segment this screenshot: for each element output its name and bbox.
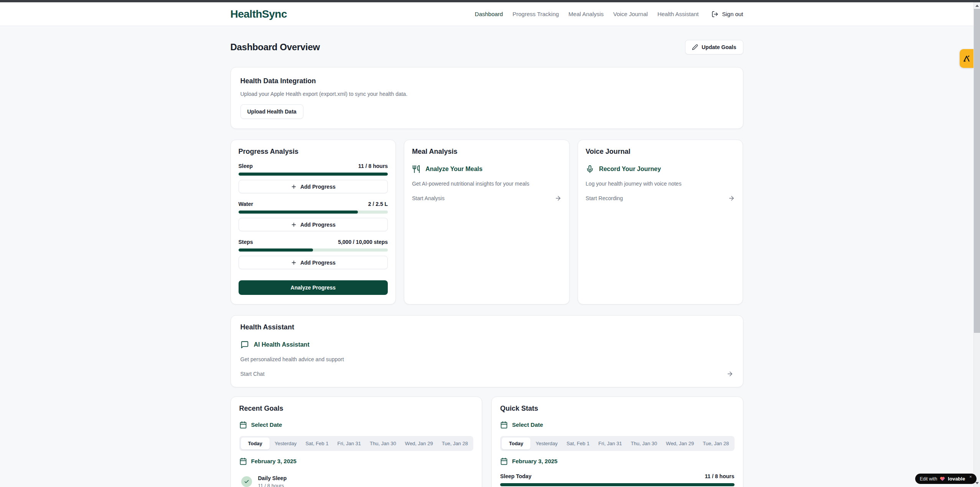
calendar-icon <box>239 457 247 465</box>
add-progress-sleep-button[interactable]: Add Progress <box>239 180 388 193</box>
meal-analysis-card: Meal Analysis Analyze Your Meals Get AI-… <box>404 140 570 304</box>
integration-description: Upload your Apple Health export (export.… <box>240 91 733 97</box>
quick-stats-card: Quick Stats Select Date Today Yesterday … <box>491 397 743 487</box>
arrow-right-icon <box>728 195 735 202</box>
add-progress-label: Add Progress <box>300 260 336 266</box>
water-progress-bar <box>239 211 388 214</box>
quick-stats-select-date[interactable]: Select Date <box>500 421 735 429</box>
recent-goals-select-date[interactable]: Select Date <box>239 421 474 429</box>
utensils-icon <box>412 165 420 173</box>
current-date-label: February 3, 2025 <box>251 458 296 464</box>
scroll-up-icon[interactable] <box>974 2 980 9</box>
date-tab-tue-jan-28[interactable]: Tue, Jan 28 <box>438 438 472 449</box>
steps-progress-fill <box>239 248 313 252</box>
progress-analysis-title: Progress Analysis <box>239 148 388 156</box>
nav-item-meal-analysis[interactable]: Meal Analysis <box>568 11 604 17</box>
sleep-today-progress-fill <box>500 483 735 486</box>
start-recording-link[interactable]: Start Recording <box>586 195 735 202</box>
plus-icon <box>291 260 297 266</box>
voice-journal-description: Log your health journey with voice notes <box>586 181 735 187</box>
date-tab-sat-feb-1[interactable]: Sat, Feb 1 <box>301 438 332 449</box>
nav-item-dashboard[interactable]: Dashboard <box>475 11 503 17</box>
goal-name: Daily Sleep <box>258 475 287 481</box>
health-data-integration-card: Health Data Integration Upload your Appl… <box>231 67 743 129</box>
quick-stats-current-date: February 3, 2025 <box>500 457 735 465</box>
add-progress-steps-button[interactable]: Add Progress <box>239 256 388 269</box>
stat-value: 11 / 8 hours <box>705 473 734 479</box>
sleep-progress-bar <box>239 173 388 176</box>
voice-journal-title: Voice Journal <box>586 148 735 156</box>
date-tab-fri-jan-31[interactable]: Fri, Jan 31 <box>334 438 365 449</box>
nav-item-progress-tracking[interactable]: Progress Tracking <box>512 11 559 17</box>
select-date-label: Select Date <box>251 421 282 428</box>
sleep-today-progress-bar <box>500 483 735 486</box>
health-assistant-description: Get personalized health advice and suppo… <box>240 356 733 362</box>
health-assistant-card: Health Assistant AI Health Assistant Get… <box>231 315 743 388</box>
meal-analysis-description: Get AI-powered nutritional insights for … <box>412 181 562 187</box>
arrow-right-icon <box>726 370 733 377</box>
edit-with-lovable-badge[interactable]: Edit with lovable × <box>915 474 977 484</box>
date-tab-yesterday[interactable]: Yesterday <box>271 438 300 449</box>
record-your-journey-label: Record Your Journey <box>599 166 661 173</box>
metric-water: Water 2 / 2.5 L Add Progress <box>239 201 388 239</box>
badge-prefix-label: Edit with <box>920 476 937 482</box>
recent-goals-title: Recent Goals <box>239 405 474 413</box>
date-tab-sat-feb-1[interactable]: Sat, Feb 1 <box>563 438 593 449</box>
check-icon <box>244 479 249 484</box>
ai-health-assistant-label: AI Health Assistant <box>254 341 310 348</box>
window-top-strip <box>0 0 980 2</box>
date-tab-wed-jan-29[interactable]: Wed, Jan 29 <box>401 438 437 449</box>
date-tab-wed-jan-29[interactable]: Wed, Jan 29 <box>662 438 698 449</box>
pencil-icon <box>692 44 698 50</box>
meal-analysis-title: Meal Analysis <box>412 148 562 156</box>
current-date-label: February 3, 2025 <box>512 458 557 464</box>
date-tab-thu-jan-30[interactable]: Thu, Jan 30 <box>366 438 400 449</box>
vertical-scrollbar[interactable] <box>973 2 980 487</box>
calendar-icon <box>500 421 508 429</box>
start-chat-link[interactable]: Start Chat <box>240 370 733 377</box>
badge-close-icon[interactable]: × <box>969 474 972 479</box>
metric-sleep: Sleep 11 / 8 hours Add Progress <box>239 163 388 201</box>
start-chat-label: Start Chat <box>240 371 265 377</box>
upload-health-data-button[interactable]: Upload Health Data <box>240 104 303 119</box>
plus-icon <box>291 184 297 190</box>
metric-sleep-value: 11 / 8 hours <box>358 163 388 169</box>
quick-stats-date-tabs: Today Yesterday Sat, Feb 1 Fri, Jan 31 T… <box>500 436 735 451</box>
recent-goals-current-date: February 3, 2025 <box>239 457 474 465</box>
update-goals-button[interactable]: Update Goals <box>685 40 743 54</box>
record-your-journey-link[interactable]: Record Your Journey <box>586 165 735 173</box>
recent-goals-date-tabs: Today Yesterday Sat, Feb 1 Fri, Jan 31 T… <box>239 436 474 451</box>
date-tab-today[interactable]: Today <box>241 438 270 449</box>
lovable-logo-icon <box>962 54 971 63</box>
sign-out-button[interactable]: Sign out <box>712 11 743 18</box>
metric-water-label: Water <box>239 201 253 207</box>
heart-icon <box>940 476 945 481</box>
nav-item-voice-journal[interactable]: Voice Journal <box>613 11 648 17</box>
floating-widget-button[interactable] <box>960 49 973 68</box>
calendar-icon <box>239 421 247 429</box>
add-progress-label: Add Progress <box>300 184 336 190</box>
analyze-progress-button[interactable]: Analyze Progress <box>239 280 388 295</box>
app-header: HealthSync Dashboard Progress Tracking M… <box>0 2 973 26</box>
steps-progress-bar <box>239 248 388 252</box>
date-tab-tue-jan-28[interactable]: Tue, Jan 28 <box>699 438 733 449</box>
date-tab-thu-jan-30[interactable]: Thu, Jan 30 <box>627 438 661 449</box>
app-logo[interactable]: HealthSync <box>231 8 287 20</box>
metric-water-value: 2 / 2.5 L <box>368 201 388 207</box>
add-progress-label: Add Progress <box>300 222 336 228</box>
recent-goals-card: Recent Goals Select Date Today Yesterday… <box>231 397 483 487</box>
date-tab-today[interactable]: Today <box>502 438 530 449</box>
ai-health-assistant-link[interactable]: AI Health Assistant <box>240 341 733 349</box>
add-progress-water-button[interactable]: Add Progress <box>239 218 388 231</box>
integration-title: Health Data Integration <box>240 77 733 86</box>
start-analysis-label: Start Analysis <box>412 195 445 201</box>
arrow-right-icon <box>555 195 562 202</box>
date-tab-yesterday[interactable]: Yesterday <box>532 438 561 449</box>
date-tab-fri-jan-31[interactable]: Fri, Jan 31 <box>595 438 626 449</box>
scrollbar-thumb[interactable] <box>974 9 980 333</box>
metric-steps: Steps 5,000 / 10,000 steps Add Progress <box>239 239 388 277</box>
nav-item-health-assistant[interactable]: Health Assistant <box>657 11 699 17</box>
goal-complete-badge <box>241 476 252 487</box>
analyze-your-meals-link[interactable]: Analyze Your Meals <box>412 165 562 173</box>
start-analysis-link[interactable]: Start Analysis <box>412 195 562 202</box>
